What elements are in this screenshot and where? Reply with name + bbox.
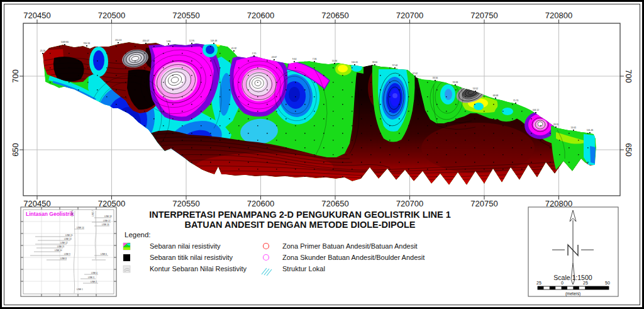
datapoint-dots	[38, 38, 604, 192]
figure-canvas: 25.16 1069.80 950.56 211.53 450.07 5.86 …	[0, 0, 644, 309]
red-circle-icon	[264, 244, 269, 249]
x-tick-label: 720700	[396, 11, 423, 20]
x-tick-label: 720800	[545, 11, 572, 20]
survey-line-label: LINE 2	[91, 281, 97, 283]
surface-point-label: 950.56	[84, 42, 90, 45]
y-tick-label: 650	[11, 143, 20, 157]
figure-title-line1: INTERPRETASI PENAMPANG 2-D PENGUKURAN GE…	[149, 210, 451, 220]
x-tick-label: 720700	[396, 199, 423, 208]
survey-line-label: LINE 4	[91, 272, 97, 274]
x-tick-label: 720650	[321, 199, 348, 208]
legend-item-label: Zona Skunder Batuan Andesit/Boulder Ande…	[282, 254, 425, 261]
x-tick-label: 720450	[23, 11, 50, 20]
black-square-icon	[123, 254, 130, 261]
surface-point-label: 7.36	[313, 58, 317, 60]
surface-point-label: 1069.80	[61, 41, 69, 43]
legend: Legend: Sebaran nilai resistivity Sebara…	[123, 231, 425, 276]
surface-point-label: 53.52	[473, 87, 479, 90]
magenta-circle-icon	[264, 255, 269, 261]
surface-point-label: 100.61	[352, 61, 358, 64]
x-tick-label: 720600	[247, 11, 274, 20]
surface-point-label: 37.62	[413, 72, 418, 75]
geolistrik-figure: 25.16 1069.80 950.56 211.53 450.07 5.86 …	[0, 0, 644, 309]
survey-line-label: LINE 3	[88, 276, 94, 279]
surface-point-label: 38.60	[372, 61, 378, 64]
survey-line-label: LINE 5	[71, 210, 74, 216]
inset-map: Lintasan Geolistrik LINE 18 LINE 17 LINE…	[21, 207, 116, 296]
surface-point-label: 105.46	[587, 129, 593, 132]
contour-swatch-icon	[123, 266, 130, 272]
survey-line-label: LINE 1	[77, 288, 83, 291]
scale-bar	[538, 286, 609, 289]
surface-point-label: 28.31	[553, 123, 559, 126]
legend-item-label: Kontur Sebaran Nilai Resistivity	[150, 265, 247, 272]
survey-line-label: LINE 6	[101, 253, 107, 256]
surface-point-label: 15.94	[332, 60, 338, 62]
legend-heading: Legend:	[125, 231, 151, 239]
scale-bar-label: 25	[536, 281, 541, 285]
x-tick-label: 720500	[98, 11, 125, 20]
resistivity-section	[38, 38, 604, 192]
surface-point-label: 43.67	[272, 56, 277, 59]
survey-line-label: LINE 11	[57, 245, 65, 248]
surface-point-label: 9.64	[292, 58, 297, 60]
inset-map-title: Lintasan Geolistrik	[26, 211, 74, 217]
x-axis-top: 720450 720500 720550 720600 720650 72070…	[23, 11, 572, 20]
surface-point-label: 12.95	[189, 40, 195, 42]
y-tick-label: 700	[624, 69, 633, 83]
hatch-icon	[262, 268, 272, 276]
y-axis-left: 700 650	[11, 69, 20, 157]
surface-point-label: 25.16	[40, 50, 46, 52]
x-tick-label: 720750	[470, 199, 497, 208]
surface-point-label: 53.41	[571, 126, 577, 129]
survey-line-label: LINE 12	[60, 242, 68, 244]
scale-bar-label: 0	[561, 281, 564, 285]
survey-line-label: LINE 10	[55, 249, 62, 252]
scale-panel: Scale 1:1500 25 0 25 50 (meters)	[528, 207, 618, 296]
survey-line-label: LINE 18	[104, 215, 112, 218]
surface-point-label: 211.53	[115, 39, 121, 42]
scale-bar-label: 25	[583, 281, 588, 285]
cross-section-panel: 25.16 1069.80 950.56 211.53 450.07 5.86 …	[11, 11, 633, 208]
survey-line-label: LINE 9	[64, 253, 70, 256]
surface-point-label: 33.56	[433, 77, 438, 79]
surface-point-label: 5.86	[167, 40, 171, 43]
x-tick-label: 720650	[321, 11, 348, 20]
legend-item-label: Sebaran titik nilai resistivity	[150, 254, 233, 261]
survey-line-label: LINE 13	[64, 238, 72, 240]
surface-point-label: 97.44	[392, 64, 398, 67]
survey-line-label: LINE 17	[103, 220, 111, 222]
survey-line-label: LINE 16	[102, 223, 109, 226]
survey-line-label: LINE 15	[65, 234, 73, 237]
surface-point-label: 109.48	[211, 40, 217, 42]
surface-point-label: 68.68	[493, 94, 499, 97]
legend-item-label: Struktur Lokal	[282, 265, 325, 272]
figure-title-line2: BATUAN ANDESIT DENGAN METODE DIOLE-DIPOL…	[184, 220, 415, 230]
legend-item-label: Zona Primer Batuan Andesit/Batuan Andesi…	[282, 242, 418, 250]
survey-line-label: LINE 8	[60, 257, 67, 260]
scale-unit-label: (meters)	[565, 291, 580, 296]
scale-bar-label: 50	[605, 281, 610, 285]
resistivity-colormap-icon	[123, 243, 130, 250]
surface-point-label: 75.73	[513, 99, 519, 102]
x-tick-label: 720750	[470, 11, 497, 20]
title-block: INTERPRETASI PENAMPANG 2-D PENGUKURAN GE…	[149, 210, 451, 230]
x-tick-label: 720600	[247, 199, 274, 208]
surface-point-label: 450.07	[143, 40, 149, 42]
survey-line-label: LINE 7	[92, 210, 94, 216]
y-tick-label: 700	[11, 69, 20, 83]
x-tick-label: 720550	[172, 199, 199, 208]
surface-point-label: 2.15	[252, 52, 257, 55]
y-tick-label: 650	[624, 143, 633, 157]
survey-line-label: LINE 14	[77, 227, 84, 229]
surface-point-label: 41.32	[231, 47, 237, 50]
y-axis-right: 700 650	[624, 69, 633, 157]
legend-item-label: Sebaran nilai resistivity	[150, 242, 221, 250]
surface-point-label: 444.12	[533, 109, 539, 111]
x-tick-label: 720550	[172, 11, 199, 20]
surface-point-label: 99.98	[453, 81, 458, 84]
